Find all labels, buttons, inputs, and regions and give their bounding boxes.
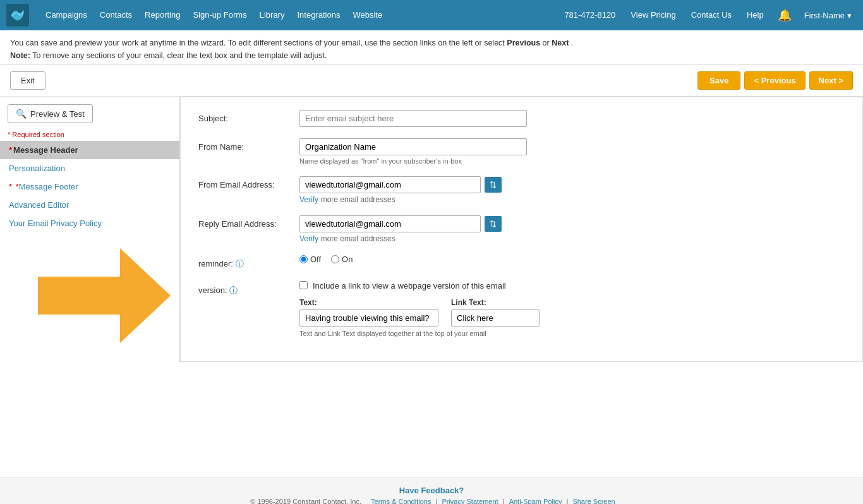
webpage-version-checkbox[interactable]: [299, 281, 308, 289]
advanced-editor-link[interactable]: Advanced Editor: [0, 196, 179, 214]
reply-email-input[interactable]: [299, 215, 481, 232]
reply-email-wrap: ⇅: [299, 215, 502, 232]
search-icon: 🔍: [16, 109, 27, 119]
info-note-text: To remove any sections of your email, cl…: [32, 51, 327, 60]
reply-email-select-button[interactable]: ⇅: [485, 216, 502, 232]
info-note-label: Note:: [10, 51, 30, 60]
preview-test-button[interactable]: 🔍 Preview & Test: [8, 104, 93, 123]
nav-contact-us[interactable]: Contact Us: [685, 0, 738, 30]
reminder-info-icon: ⓘ: [236, 259, 244, 268]
reply-email-verify-hint: more email addresses: [321, 234, 395, 243]
main-layout: 🔍 Preview & Test * Required section Mess…: [0, 97, 863, 362]
from-email-label: From Email Address:: [198, 176, 299, 189]
save-button[interactable]: Save: [697, 71, 740, 90]
sidebar-item-message-header[interactable]: Message Header: [0, 141, 179, 159]
from-email-field: ⇅ Verify more email addresses: [299, 176, 845, 204]
nav-view-pricing[interactable]: View Pricing: [624, 0, 682, 30]
main-nav: Campaigns Contacts Reporting Sign-up For…: [0, 0, 863, 30]
from-name-input[interactable]: [299, 138, 527, 155]
antispam-link[interactable]: Anti-Spam Policy: [509, 498, 562, 504]
from-email-input[interactable]: [299, 176, 481, 193]
version-info-icon: ⓘ: [229, 285, 238, 295]
nav-integrations[interactable]: Integrations: [291, 0, 346, 30]
exit-button[interactable]: Exit: [10, 71, 45, 90]
reply-email-row: Reply Email Address: ⇅ Verify more email…: [198, 215, 845, 243]
display-hint: Text and Link Text displayed together at…: [299, 330, 845, 337]
dropdown-icon: ⇅: [490, 180, 497, 189]
text-linktext-row: Text: Link Text:: [299, 298, 845, 327]
user-chevron-icon: ▾: [847, 11, 852, 20]
svg-marker-1: [38, 248, 171, 343]
feedback-link[interactable]: Have Feedback?: [399, 486, 464, 495]
version-row: version: ⓘ Include a link to view a webp…: [198, 281, 845, 337]
from-email-select-button[interactable]: ⇅: [485, 177, 502, 193]
form-panel: Subject: From Name: Name displayed as "f…: [180, 97, 863, 362]
subject-row: Subject:: [198, 110, 845, 127]
required-label: * Required section: [0, 131, 179, 141]
text-group: Text:: [299, 298, 438, 327]
footer-links: © 1996-2019 Constant Contact, Inc. Terms…: [8, 498, 855, 504]
notification-bell-button[interactable]: 🔔: [773, 0, 797, 30]
from-name-field: Name displayed as "from" in your subscri…: [299, 138, 845, 165]
reminder-radio-group: Off On: [299, 255, 845, 264]
logo[interactable]: [6, 4, 29, 27]
sidebar: 🔍 Preview & Test * Required section Mess…: [0, 97, 180, 362]
from-email-verify: Verify more email addresses: [299, 193, 845, 204]
from-name-hint: Name displayed as "from" in your subscri…: [299, 157, 845, 165]
nav-website[interactable]: Website: [346, 0, 389, 30]
from-email-row: From Email Address: ⇅ Verify more email …: [198, 176, 845, 204]
nav-right: 781-472-8120 View Pricing Contact Us Hel…: [558, 0, 857, 30]
user-menu-button[interactable]: First-Name ▾: [799, 11, 857, 20]
from-email-verify-link[interactable]: Verify: [299, 195, 318, 204]
text-input[interactable]: [299, 309, 438, 327]
reply-email-verify: Verify more email addresses: [299, 232, 845, 243]
text-field-label: Text:: [299, 298, 438, 307]
sidebar-item-message-footer[interactable]: *Message Footer: [0, 177, 179, 196]
nav-help[interactable]: Help: [740, 0, 770, 30]
next-button[interactable]: Next >: [809, 71, 853, 90]
reminder-row: reminder: ⓘ Off On: [198, 255, 845, 270]
feedback-label: Have Feedback?: [8, 486, 855, 495]
terms-link[interactable]: Terms & Conditions: [371, 498, 431, 504]
sidebar-item-personalization[interactable]: Personalization: [0, 159, 179, 177]
from-email-wrap: ⇅: [299, 176, 502, 193]
reminder-on-label: On: [331, 255, 353, 264]
reminder-off-label: Off: [299, 255, 321, 264]
from-email-verify-hint: more email addresses: [321, 195, 395, 204]
info-or-text: or: [543, 39, 552, 47]
toolbar-right: Save < Previous Next >: [697, 71, 853, 90]
subject-input[interactable]: [299, 110, 527, 127]
version-label: version: ⓘ: [198, 281, 299, 296]
link-text-input[interactable]: [451, 309, 540, 327]
webpage-version-label: Include a link to view a webpage version…: [313, 281, 506, 291]
footer: Have Feedback? © 1996-2019 Constant Cont…: [0, 477, 863, 504]
nav-phone[interactable]: 781-472-8120: [558, 0, 622, 30]
subject-field: [299, 110, 845, 127]
info-bar: You can save and preview your work at an…: [0, 30, 863, 65]
privacy-link[interactable]: Privacy Statement: [442, 498, 498, 504]
reminder-on-radio[interactable]: [331, 255, 339, 263]
info-previous-bold: Previous: [507, 39, 540, 47]
reminder-field: Off On: [299, 255, 845, 264]
nav-library[interactable]: Library: [253, 0, 291, 30]
user-name-label: First-Name: [804, 11, 845, 20]
previous-button[interactable]: < Previous: [744, 71, 805, 90]
info-line1-text: You can save and preview your work at an…: [10, 39, 505, 47]
footer-separator-2: |: [435, 498, 439, 504]
nav-signup-forms[interactable]: Sign-up Forms: [186, 0, 253, 30]
info-next-bold: Next: [552, 39, 569, 47]
nav-reporting[interactable]: Reporting: [138, 0, 186, 30]
share-screen-link[interactable]: Share Screen: [572, 498, 615, 504]
from-name-label: From Name:: [198, 138, 299, 152]
link-text-field-label: Link Text:: [451, 298, 540, 307]
preview-test-label: Preview & Test: [30, 109, 85, 119]
reminder-label-text: reminder:: [198, 259, 233, 268]
webpage-checkbox-row: Include a link to view a webpage version…: [299, 281, 845, 291]
toolbar-left: Exit: [10, 71, 45, 90]
reminder-off-radio[interactable]: [299, 255, 308, 263]
info-end-text: .: [571, 39, 573, 47]
nav-contacts[interactable]: Contacts: [94, 0, 138, 30]
email-privacy-policy-link[interactable]: Your Email Privacy Policy: [0, 214, 179, 232]
reply-email-verify-link[interactable]: Verify: [299, 234, 318, 243]
nav-campaigns[interactable]: Campaigns: [39, 0, 94, 30]
